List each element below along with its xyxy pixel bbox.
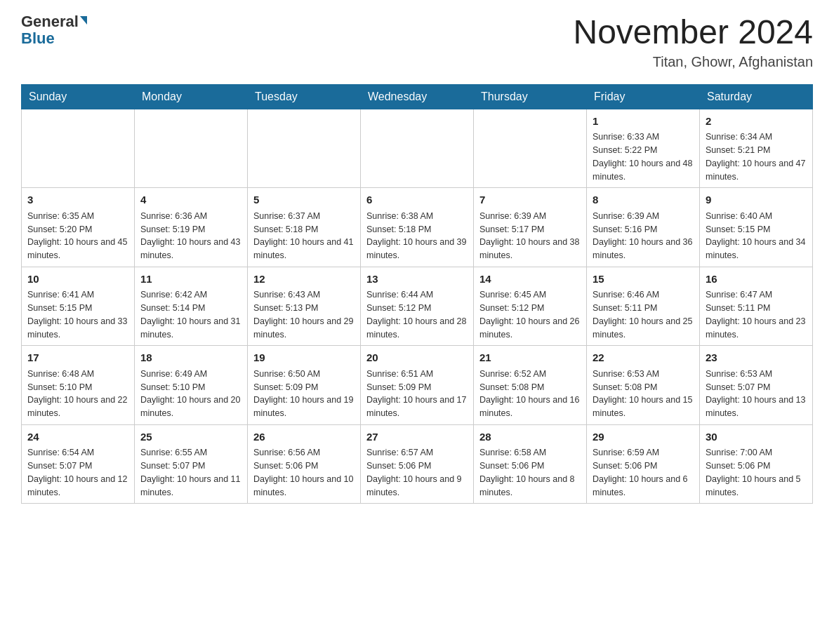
day-number: 17	[27, 350, 128, 366]
calendar-cell: 3Sunrise: 6:35 AMSunset: 5:20 PMDaylight…	[22, 188, 135, 267]
calendar-day-header: Wednesday	[361, 84, 474, 109]
calendar-week-row: 1Sunrise: 6:33 AMSunset: 5:22 PMDaylight…	[22, 109, 813, 188]
day-info: Sunrise: 6:33 AMSunset: 5:22 PMDaylight:…	[593, 130, 694, 183]
day-number: 3	[27, 192, 128, 208]
day-info: Sunrise: 6:50 AMSunset: 5:09 PMDaylight:…	[253, 368, 355, 420]
day-number: 1	[593, 114, 694, 130]
day-info: Sunrise: 6:58 AMSunset: 5:06 PMDaylight:…	[479, 446, 581, 499]
calendar-cell: 10Sunrise: 6:41 AMSunset: 5:15 PMDayligh…	[22, 267, 135, 346]
calendar-day-header: Monday	[135, 84, 248, 109]
calendar-cell: 18Sunrise: 6:49 AMSunset: 5:10 PMDayligh…	[135, 346, 248, 425]
calendar-week-row: 24Sunrise: 6:54 AMSunset: 5:07 PMDayligh…	[22, 424, 813, 504]
day-info: Sunrise: 6:38 AMSunset: 5:18 PMDaylight:…	[366, 210, 468, 262]
logo-blue-text: Blue	[21, 29, 55, 48]
day-info: Sunrise: 6:41 AMSunset: 5:15 PMDaylight:…	[27, 288, 128, 341]
day-number: 11	[140, 271, 241, 288]
calendar-cell	[248, 109, 361, 188]
day-info: Sunrise: 6:53 AMSunset: 5:08 PMDaylight:…	[593, 368, 694, 420]
day-number: 21	[479, 350, 581, 366]
calendar-cell: 23Sunrise: 6:53 AMSunset: 5:07 PMDayligh…	[700, 346, 813, 425]
day-number: 7	[479, 192, 581, 208]
calendar-cell: 12Sunrise: 6:43 AMSunset: 5:13 PMDayligh…	[248, 267, 361, 346]
day-info: Sunrise: 6:54 AMSunset: 5:07 PMDaylight:…	[27, 446, 128, 499]
day-number: 27	[366, 429, 468, 445]
calendar-week-row: 10Sunrise: 6:41 AMSunset: 5:15 PMDayligh…	[22, 267, 813, 346]
day-info: Sunrise: 6:57 AMSunset: 5:06 PMDaylight:…	[366, 446, 468, 499]
calendar-header-row: SundayMondayTuesdayWednesdayThursdayFrid…	[22, 84, 813, 109]
day-info: Sunrise: 6:56 AMSunset: 5:06 PMDaylight:…	[253, 446, 355, 499]
calendar-title: November 2024	[573, 14, 813, 51]
day-info: Sunrise: 6:39 AMSunset: 5:16 PMDaylight:…	[593, 210, 694, 262]
calendar-cell: 20Sunrise: 6:51 AMSunset: 5:09 PMDayligh…	[361, 346, 474, 425]
day-info: Sunrise: 6:52 AMSunset: 5:08 PMDaylight:…	[479, 368, 581, 420]
day-info: Sunrise: 6:42 AMSunset: 5:14 PMDaylight:…	[140, 288, 241, 341]
day-info: Sunrise: 6:46 AMSunset: 5:11 PMDaylight:…	[593, 288, 694, 341]
calendar-cell: 17Sunrise: 6:48 AMSunset: 5:10 PMDayligh…	[22, 346, 135, 425]
calendar-cell: 21Sunrise: 6:52 AMSunset: 5:08 PMDayligh…	[474, 346, 587, 425]
calendar-cell: 7Sunrise: 6:39 AMSunset: 5:17 PMDaylight…	[474, 188, 587, 267]
title-block: November 2024 Titan, Ghowr, Afghanistan	[573, 14, 813, 70]
calendar-cell	[474, 109, 587, 188]
calendar-cell: 26Sunrise: 6:56 AMSunset: 5:06 PMDayligh…	[248, 424, 361, 504]
calendar-week-row: 3Sunrise: 6:35 AMSunset: 5:20 PMDaylight…	[22, 188, 813, 267]
day-info: Sunrise: 7:00 AMSunset: 5:06 PMDaylight:…	[706, 446, 807, 499]
calendar-table: SundayMondayTuesdayWednesdayThursdayFrid…	[21, 84, 813, 504]
page-header: General Blue November 2024 Titan, Ghowr,…	[21, 14, 813, 70]
day-number: 19	[253, 350, 355, 366]
day-info: Sunrise: 6:48 AMSunset: 5:10 PMDaylight:…	[27, 368, 128, 420]
calendar-cell: 9Sunrise: 6:40 AMSunset: 5:15 PMDaylight…	[700, 188, 813, 267]
calendar-cell: 16Sunrise: 6:47 AMSunset: 5:11 PMDayligh…	[700, 267, 813, 346]
day-number: 6	[366, 192, 468, 208]
logo: General Blue	[21, 14, 87, 48]
calendar-cell: 19Sunrise: 6:50 AMSunset: 5:09 PMDayligh…	[248, 346, 361, 425]
calendar-cell: 14Sunrise: 6:45 AMSunset: 5:12 PMDayligh…	[474, 267, 587, 346]
day-info: Sunrise: 6:47 AMSunset: 5:11 PMDaylight:…	[706, 288, 807, 341]
calendar-cell: 4Sunrise: 6:36 AMSunset: 5:19 PMDaylight…	[135, 188, 248, 267]
day-number: 26	[253, 429, 355, 445]
day-info: Sunrise: 6:44 AMSunset: 5:12 PMDaylight:…	[366, 288, 468, 341]
calendar-cell	[135, 109, 248, 188]
calendar-cell	[361, 109, 474, 188]
calendar-day-header: Saturday	[700, 84, 813, 109]
calendar-cell: 27Sunrise: 6:57 AMSunset: 5:06 PMDayligh…	[361, 424, 474, 504]
day-number: 12	[253, 271, 355, 288]
day-number: 15	[593, 271, 694, 288]
calendar-day-header: Sunday	[22, 84, 135, 109]
calendar-cell: 24Sunrise: 6:54 AMSunset: 5:07 PMDayligh…	[22, 424, 135, 504]
calendar-cell: 25Sunrise: 6:55 AMSunset: 5:07 PMDayligh…	[135, 424, 248, 504]
calendar-cell	[22, 109, 135, 188]
day-number: 8	[593, 192, 694, 208]
calendar-cell: 22Sunrise: 6:53 AMSunset: 5:08 PMDayligh…	[587, 346, 700, 425]
day-number: 4	[140, 192, 241, 208]
calendar-cell: 30Sunrise: 7:00 AMSunset: 5:06 PMDayligh…	[700, 424, 813, 504]
calendar-week-row: 17Sunrise: 6:48 AMSunset: 5:10 PMDayligh…	[22, 346, 813, 425]
day-number: 16	[706, 271, 807, 288]
calendar-cell: 29Sunrise: 6:59 AMSunset: 5:06 PMDayligh…	[587, 424, 700, 504]
day-info: Sunrise: 6:35 AMSunset: 5:20 PMDaylight:…	[27, 210, 128, 262]
calendar-cell: 5Sunrise: 6:37 AMSunset: 5:18 PMDaylight…	[248, 188, 361, 267]
day-number: 28	[479, 429, 581, 445]
calendar-cell: 8Sunrise: 6:39 AMSunset: 5:16 PMDaylight…	[587, 188, 700, 267]
calendar-cell: 6Sunrise: 6:38 AMSunset: 5:18 PMDaylight…	[361, 188, 474, 267]
calendar-cell: 11Sunrise: 6:42 AMSunset: 5:14 PMDayligh…	[135, 267, 248, 346]
calendar-cell: 15Sunrise: 6:46 AMSunset: 5:11 PMDayligh…	[587, 267, 700, 346]
calendar-cell: 2Sunrise: 6:34 AMSunset: 5:21 PMDaylight…	[700, 109, 813, 188]
day-number: 25	[140, 429, 241, 445]
day-info: Sunrise: 6:36 AMSunset: 5:19 PMDaylight:…	[140, 210, 241, 262]
day-number: 14	[479, 271, 581, 288]
day-number: 18	[140, 350, 241, 366]
day-info: Sunrise: 6:37 AMSunset: 5:18 PMDaylight:…	[253, 210, 355, 262]
calendar-cell: 1Sunrise: 6:33 AMSunset: 5:22 PMDaylight…	[587, 109, 700, 188]
day-info: Sunrise: 6:51 AMSunset: 5:09 PMDaylight:…	[366, 368, 468, 420]
day-info: Sunrise: 6:53 AMSunset: 5:07 PMDaylight:…	[706, 368, 807, 420]
calendar-cell: 28Sunrise: 6:58 AMSunset: 5:06 PMDayligh…	[474, 424, 587, 504]
day-info: Sunrise: 6:59 AMSunset: 5:06 PMDaylight:…	[593, 446, 694, 499]
day-info: Sunrise: 6:40 AMSunset: 5:15 PMDaylight:…	[706, 210, 807, 262]
logo-arrow-icon	[80, 16, 87, 25]
day-info: Sunrise: 6:39 AMSunset: 5:17 PMDaylight:…	[479, 210, 581, 262]
day-info: Sunrise: 6:49 AMSunset: 5:10 PMDaylight:…	[140, 368, 241, 420]
calendar-subtitle: Titan, Ghowr, Afghanistan	[573, 54, 813, 70]
day-number: 20	[366, 350, 468, 366]
calendar-day-header: Thursday	[474, 84, 587, 109]
day-number: 23	[706, 350, 807, 366]
